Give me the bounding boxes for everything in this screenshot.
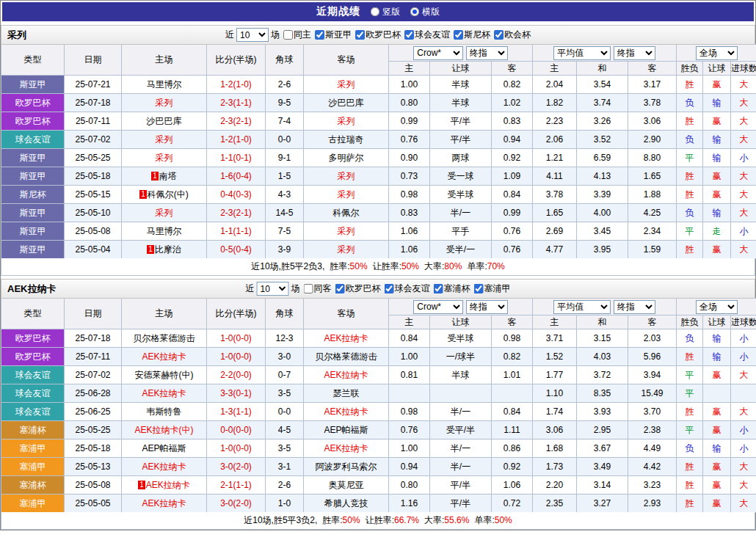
away-team[interactable]: 采列: [304, 186, 389, 204]
match-score[interactable]: 1-1(0-1): [207, 149, 266, 167]
home-team[interactable]: 1科佩尔(中): [122, 186, 207, 204]
layout-radio-horizontal[interactable]: 横版: [410, 6, 440, 18]
home-team[interactable]: 采列: [122, 204, 207, 222]
league-filter-球会友谊[interactable]: 球会友谊: [385, 282, 430, 295]
home-team[interactable]: 1AEK拉纳卡: [122, 476, 207, 495]
home-team[interactable]: 贝尔格莱德游击: [122, 329, 207, 348]
checkbox-塞浦甲[interactable]: [474, 284, 484, 293]
league-filter-塞浦甲[interactable]: 塞浦甲: [474, 282, 511, 295]
league-filter-斯尼杯[interactable]: 斯尼杯: [454, 29, 490, 41]
match-score[interactable]: 3-0(2-0): [207, 495, 266, 513]
away-team[interactable]: AEK拉纳卡: [304, 329, 389, 348]
match-count-select[interactable]: 10: [257, 282, 289, 296]
checkbox-欧罗巴杯[interactable]: [355, 30, 365, 40]
away-team[interactable]: 瑟兰联: [304, 384, 389, 403]
home-team[interactable]: 马里博尔: [122, 76, 207, 94]
home-team[interactable]: 马里博尔: [122, 222, 207, 241]
match-score[interactable]: 1-0(0-0): [207, 329, 266, 348]
average-select[interactable]: 平均值: [553, 46, 611, 60]
away-team[interactable]: 古拉瑞奇: [304, 131, 389, 149]
match-score[interactable]: 0-4(0-3): [207, 186, 266, 204]
match-score[interactable]: 2-2(0-0): [207, 366, 266, 384]
league-filter-欧会杯[interactable]: 欧会杯: [494, 29, 531, 41]
average-index-select[interactable]: 终指: [614, 300, 655, 314]
average-select[interactable]: 平均值: [553, 300, 611, 314]
match-score[interactable]: 1-2(1-0): [207, 131, 266, 149]
home-team[interactable]: 1南塔: [122, 167, 207, 186]
away-team[interactable]: 希腊人竞技: [304, 495, 389, 513]
home-team[interactable]: AEK拉纳卡: [122, 458, 207, 476]
away-team[interactable]: 采列: [304, 222, 389, 241]
venue-filter-同客[interactable]: 同客: [304, 282, 332, 295]
league-filter-欧罗巴杯[interactable]: 欧罗巴杯: [355, 29, 401, 41]
checkbox-欧罗巴杯[interactable]: [335, 284, 345, 293]
venue-filter-同主[interactable]: 同主: [283, 29, 311, 41]
league-filter-斯亚甲[interactable]: 斯亚甲: [315, 29, 352, 41]
home-team[interactable]: 1比摩治: [122, 241, 207, 259]
match-score[interactable]: 2-1(1-1): [207, 476, 266, 495]
home-team[interactable]: AEK拉纳卡: [122, 348, 207, 366]
home-team[interactable]: AEP帕福斯: [122, 439, 207, 458]
checkbox-塞浦杯[interactable]: [434, 284, 443, 293]
bookmaker-select[interactable]: Crow*: [413, 46, 463, 60]
match-date: 25-05-18: [65, 439, 122, 458]
checkbox-球会友谊[interactable]: [404, 30, 414, 40]
home-team[interactable]: AEK拉纳卡: [122, 495, 207, 513]
checkbox-斯亚甲[interactable]: [315, 30, 324, 40]
home-team[interactable]: 安德莱赫特(中): [122, 366, 207, 384]
match-score[interactable]: 1-3(1-1): [207, 403, 266, 421]
checkbox-球会友谊[interactable]: [385, 284, 394, 293]
home-team[interactable]: 采列: [122, 149, 207, 167]
home-team[interactable]: AEK拉纳卡: [122, 384, 207, 403]
away-team[interactable]: AEK拉纳卡: [304, 439, 389, 458]
away-team[interactable]: AEP帕福斯: [304, 421, 389, 439]
match-score[interactable]: 0-0(0-0): [207, 421, 266, 439]
away-team[interactable]: 采列: [304, 76, 389, 94]
match-count-select[interactable]: 10: [236, 28, 269, 42]
result-handicap: 输: [703, 94, 731, 112]
match-score[interactable]: 2-3(2-1): [207, 112, 266, 131]
match-score[interactable]: 1-0(0-0): [207, 439, 266, 458]
home-odds: 1.16: [389, 495, 430, 513]
home-team[interactable]: 采列: [122, 131, 207, 149]
league-filter-球会友谊[interactable]: 球会友谊: [404, 29, 450, 41]
bookmaker-select[interactable]: Crow*: [413, 300, 463, 314]
away-team[interactable]: 沙巴巴库: [304, 94, 389, 112]
checkbox-同客[interactable]: [304, 284, 313, 293]
league-filter-塞浦杯[interactable]: 塞浦杯: [434, 282, 470, 295]
odds-index-select[interactable]: 终指: [466, 300, 508, 314]
league-filter-欧罗巴杯[interactable]: 欧罗巴杯: [335, 282, 381, 295]
away-team[interactable]: 采列: [304, 112, 389, 131]
match-score[interactable]: 0-5(0-4): [207, 241, 266, 259]
away-team[interactable]: AEK拉纳卡: [304, 403, 389, 421]
away-team[interactable]: 奥莫尼亚: [304, 476, 389, 495]
match-score[interactable]: 1-6(0-4): [207, 167, 266, 186]
match-score[interactable]: 1-2(1-0): [207, 76, 266, 94]
away-team[interactable]: 科佩尔: [304, 204, 389, 222]
average-index-select[interactable]: 终指: [614, 46, 655, 60]
match-score[interactable]: 3-3(0-1): [207, 384, 266, 403]
away-team[interactable]: 采列: [304, 167, 389, 186]
odds-index-select[interactable]: 终指: [466, 46, 508, 60]
match-score[interactable]: 2-3(2-1): [207, 204, 266, 222]
away-team[interactable]: 采列: [304, 241, 389, 259]
away-team[interactable]: AEK拉纳卡: [304, 366, 389, 384]
home-team[interactable]: 韦斯特鲁: [122, 403, 207, 421]
checkbox-斯尼杯[interactable]: [454, 30, 463, 40]
home-team[interactable]: 沙巴巴库: [122, 112, 207, 131]
match-score[interactable]: 1-0(0-0): [207, 348, 266, 366]
fulltime-select[interactable]: 全场: [696, 46, 738, 60]
match-score[interactable]: 3-0(2-0): [207, 458, 266, 476]
checkbox-欧会杯[interactable]: [494, 30, 504, 40]
away-team[interactable]: 多明萨尔: [304, 149, 389, 167]
home-team[interactable]: 采列: [122, 94, 207, 112]
checkbox-同主[interactable]: [283, 30, 293, 40]
fulltime-select[interactable]: 全场: [696, 300, 738, 314]
away-team[interactable]: 贝尔格莱德游击: [304, 348, 389, 366]
layout-radio-vertical[interactable]: 竖版: [371, 6, 400, 18]
handicap-line: 一/球半: [430, 348, 492, 366]
match-score[interactable]: 2-3(1-1): [207, 94, 266, 112]
match-score[interactable]: 1-1(1-1): [207, 222, 266, 241]
home-team[interactable]: AEK拉纳卡(中): [122, 421, 207, 439]
away-team[interactable]: 阿波罗利马索尔: [304, 458, 389, 476]
